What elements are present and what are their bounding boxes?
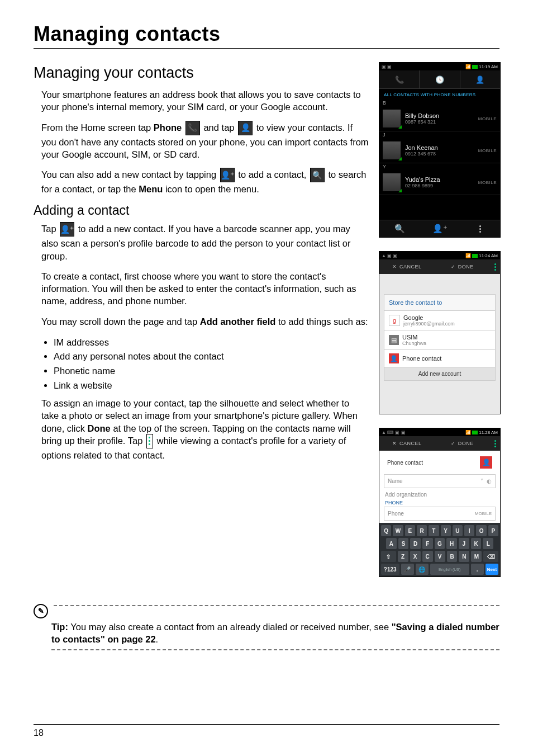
key-l[interactable]: L <box>483 538 493 549</box>
list-item: Add any personal notes about the contact <box>54 349 369 364</box>
key-⇧[interactable]: ⇧ <box>381 551 396 562</box>
phone-field[interactable]: Phone MOBILE <box>384 507 496 521</box>
menu-button[interactable] <box>490 443 500 445</box>
tab-bar[interactable]: 📞 🕓 👤 <box>379 70 500 89</box>
key-w[interactable]: W <box>393 525 403 536</box>
phone-section-label: PHONE <box>379 499 500 507</box>
option-google[interactable]: g Google jerryli8900@gmail.com <box>384 311 496 330</box>
add-organization-button[interactable]: Add organization <box>379 490 500 499</box>
clock: 11:19 AM <box>479 64 498 69</box>
action-bar[interactable]: ✕ CANCEL ✓ DONE <box>379 259 500 274</box>
search-button[interactable]: 🔍 <box>379 220 420 237</box>
contact-type-label: Phone contact <box>387 460 423 466</box>
expand-icon[interactable]: ˅ ◐ <box>480 478 492 484</box>
key-a[interactable]: A <box>386 538 397 549</box>
done-button[interactable]: ✓ DONE <box>435 441 490 446</box>
status-bar: ▲ ▣ ▣ 📶 11:24 AM <box>379 252 500 259</box>
key-k[interactable]: K <box>471 538 482 549</box>
contacts-filter-label: ALL CONTACTS WITH PHONE NUMBERS <box>379 89 500 100</box>
tab-phone[interactable]: 📞 <box>379 70 420 88</box>
add-another-field-label: Add another field <box>200 316 276 327</box>
key-🌐[interactable]: 🌐 <box>416 564 429 575</box>
contact-row[interactable]: Yuda's Pizza 02 986 9899 MOBILE <box>379 170 500 195</box>
key-h[interactable]: H <box>446 538 457 549</box>
list-item: IM addresses <box>54 336 369 350</box>
key-🎤[interactable]: 🎤 <box>401 564 414 575</box>
key-j[interactable]: J <box>459 538 469 549</box>
menu-button[interactable] <box>460 220 500 237</box>
keyboard[interactable]: QWERTYUIOP ASDFGHJKL ⇧ZXCVBNM⌫ ?123🎤🌐Eng… <box>379 523 500 577</box>
create-contact-paragraph: To create a contact, first choose where … <box>34 270 369 308</box>
key-⌫[interactable]: ⌫ <box>483 551 498 562</box>
add-contact-button[interactable]: 👤⁺ <box>420 220 460 237</box>
key-y[interactable]: Y <box>441 525 451 536</box>
tab-recent[interactable]: 🕓 <box>420 70 460 88</box>
search-icon: 🔍 <box>310 168 325 182</box>
letter-divider-b: B <box>379 100 500 106</box>
key-m[interactable]: M <box>471 551 482 562</box>
key-u[interactable]: U <box>453 525 463 536</box>
contact-row[interactable]: Billy Dobson 0987 654 321 MOBILE <box>379 106 500 131</box>
google-icon: g <box>389 315 400 326</box>
avatar <box>383 110 401 127</box>
key-s[interactable]: S <box>398 538 409 549</box>
key-.[interactable]: . <box>471 564 484 575</box>
key-v[interactable]: V <box>435 551 445 562</box>
key-?123[interactable]: ?123 <box>381 564 399 575</box>
key-b[interactable]: B <box>447 551 458 562</box>
key-next[interactable]: Next <box>486 564 498 575</box>
section-heading-adding: Adding a contact <box>34 203 369 218</box>
add-contact-icon: 👤⁺ <box>220 168 235 182</box>
avatar-placeholder[interactable]: 👤 <box>480 456 492 469</box>
text-fragment: From the Home screen tap <box>41 122 154 133</box>
key-c[interactable]: C <box>422 551 433 562</box>
key-i[interactable]: I <box>464 525 474 536</box>
contact-type-row[interactable]: Phone contact 👤 <box>384 453 496 472</box>
key-g[interactable]: G <box>435 538 445 549</box>
add-new-account-button[interactable]: Add new account <box>384 367 496 381</box>
option-title: Phone contact <box>402 355 441 362</box>
wifi-icon: 📶 <box>465 64 471 69</box>
key-d[interactable]: D <box>410 538 421 549</box>
clock: 11:24 AM <box>479 253 498 258</box>
avatar <box>383 173 401 191</box>
screenshot-store-contact: ▲ ▣ ▣ 📶 11:24 AM ✕ CANCEL ✓ DONE Store t… <box>379 251 501 414</box>
name-placeholder: Name <box>388 478 403 484</box>
key-q[interactable]: Q <box>381 525 391 536</box>
list-item: Phonetic name <box>54 364 369 379</box>
option-phone-contact[interactable]: 👤 Phone contact <box>384 350 496 367</box>
key-z[interactable]: Z <box>398 551 408 562</box>
contact-row[interactable]: Jon Keenan 0912 345 678 MOBILE <box>379 138 500 163</box>
tap-add-paragraph: Tap 👤⁺ to add a new contact. If you have… <box>34 223 369 262</box>
key-o[interactable]: O <box>476 525 486 536</box>
done-label: Done <box>88 423 111 433</box>
done-button[interactable]: ✓ DONE <box>435 264 490 270</box>
key-english (us)[interactable]: English (US) <box>430 564 469 575</box>
menu-dots-icon <box>146 434 153 448</box>
key-e[interactable]: E <box>405 525 415 536</box>
contact-number: 02 986 9899 <box>405 183 440 188</box>
key-p[interactable]: P <box>488 525 498 536</box>
cancel-button[interactable]: ✕ CANCEL <box>379 264 435 270</box>
menu-button[interactable] <box>490 266 500 268</box>
bottom-toolbar[interactable]: 🔍 👤⁺ <box>379 220 500 237</box>
option-usim[interactable]: ▤ USIM Chunghwa <box>384 330 496 350</box>
option-title: Google <box>403 314 455 321</box>
tip-label: Tip: <box>51 622 68 632</box>
cancel-button[interactable]: ✕ CANCEL <box>379 441 435 446</box>
tab-contacts[interactable]: 👤 <box>460 70 500 88</box>
text-fragment: to add a contact, <box>238 169 309 179</box>
status-left-icons: ▲ ⌨ ▣ ▣ <box>382 430 406 435</box>
key-f[interactable]: F <box>422 538 433 549</box>
scroll-down-paragraph: You may scroll down the page and tap Add… <box>34 315 369 328</box>
action-bar[interactable]: ✕ CANCEL ✓ DONE <box>379 436 500 451</box>
name-field[interactable]: Name ˅ ◐ <box>384 474 496 488</box>
list-item: Link a website <box>54 379 369 393</box>
key-n[interactable]: N <box>459 551 469 562</box>
key-t[interactable]: T <box>429 525 439 536</box>
phone-type-label[interactable]: MOBILE <box>475 511 492 516</box>
key-r[interactable]: R <box>417 525 427 536</box>
key-x[interactable]: X <box>410 551 421 562</box>
page-title: Managing contacts <box>34 22 499 46</box>
text-fragment: icon to open the menu. <box>163 184 259 194</box>
